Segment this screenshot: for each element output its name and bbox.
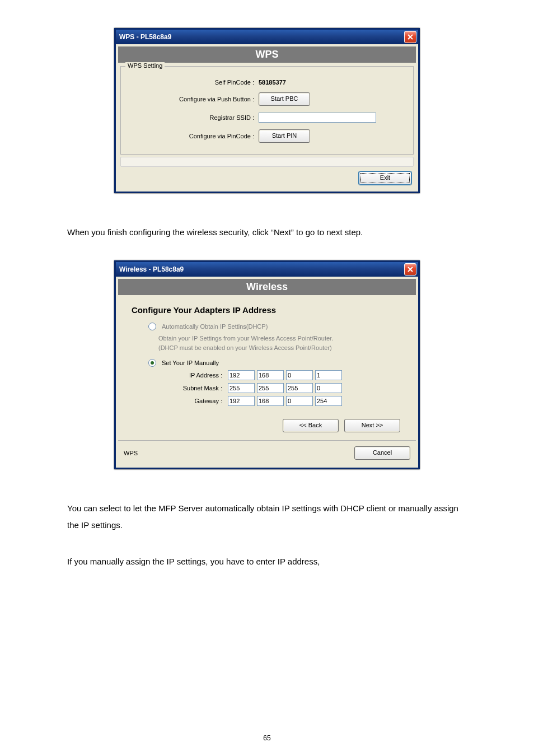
manual-radio-row[interactable]: Set Your IP Manually (148, 359, 402, 367)
wps-title: WPS - PL58c8a9 (119, 33, 171, 41)
back-button[interactable]: << Back (283, 419, 339, 432)
page-number: 65 (0, 734, 534, 742)
configure-heading: Configure Your Adapters IP Address (132, 305, 402, 315)
ip-c[interactable] (286, 370, 313, 380)
wireless-title: Wireless - PL58c8a9 (119, 265, 184, 273)
mask-d[interactable] (315, 383, 342, 393)
gw-b[interactable] (257, 396, 284, 406)
radio-icon (148, 323, 156, 330)
status-gutter (120, 157, 414, 167)
wps-dialog: WPS - PL58c8a9 WPS WPS Setting Self PinC… (114, 28, 420, 193)
manual-label: Set Your IP Manually (162, 360, 219, 366)
wireless-section-bar: Wireless (118, 279, 416, 295)
subnet-mask-label: Subnet Mask : (161, 385, 228, 391)
ip-b[interactable] (257, 370, 284, 380)
mask-b[interactable] (257, 383, 284, 393)
ip-d[interactable] (315, 370, 342, 380)
auto-obtain-radio-row[interactable]: Automatically Obtain IP Settins(DHCP) (148, 323, 402, 330)
configure-pin-label: Configure via PinCode : (125, 133, 259, 139)
wps-setting-group: WPS Setting Self PinCode : 58185377 Conf… (120, 66, 414, 155)
registrar-ssid-input[interactable] (259, 113, 376, 123)
wps-group-title: WPS Setting (125, 62, 165, 69)
wps-titlebar: WPS - PL58c8a9 (116, 30, 418, 44)
cancel-button[interactable]: Cancel (354, 446, 410, 460)
gw-a[interactable] (228, 396, 255, 406)
wps-section-bar: WPS (118, 46, 416, 63)
auto-obtain-label: Automatically Obtain IP Settins(DHCP) (162, 323, 268, 330)
close-icon[interactable] (404, 263, 416, 276)
body-text-1: When you finish configuring the wireless… (67, 224, 467, 241)
body-text-3: If you manually assign the IP settings, … (67, 553, 467, 570)
start-pin-button[interactable]: Start PIN (259, 129, 310, 143)
mask-c[interactable] (286, 383, 313, 393)
ip-a[interactable] (228, 370, 255, 380)
dhcp-helper-text: Obtain your IP Settings from your Wirele… (158, 334, 402, 352)
exit-button[interactable]: Exit (359, 171, 411, 185)
gw-c[interactable] (286, 396, 313, 406)
wps-link-label[interactable]: WPS (124, 450, 138, 456)
next-button[interactable]: Next >> (344, 419, 400, 432)
registrar-ssid-label: Registrar SSID : (125, 114, 259, 121)
wireless-titlebar: Wireless - PL58c8a9 (116, 262, 418, 277)
radio-icon (148, 359, 156, 367)
push-button-label: Configure via Push Button : (125, 96, 259, 102)
self-pincode-label: Self PinCode : (125, 79, 259, 86)
close-icon[interactable] (404, 31, 416, 43)
gw-d[interactable] (315, 396, 342, 406)
ip-address-label: IP Address : (161, 372, 228, 379)
self-pincode-value: 58185377 (259, 79, 286, 86)
wireless-dialog: Wireless - PL58c8a9 Wireless Configure Y… (114, 260, 420, 469)
mask-a[interactable] (228, 383, 255, 393)
body-text-2: You can select to let the MFP Server aut… (67, 500, 467, 534)
gateway-label: Gateway : (161, 398, 228, 404)
start-pbc-button[interactable]: Start PBC (259, 92, 310, 106)
